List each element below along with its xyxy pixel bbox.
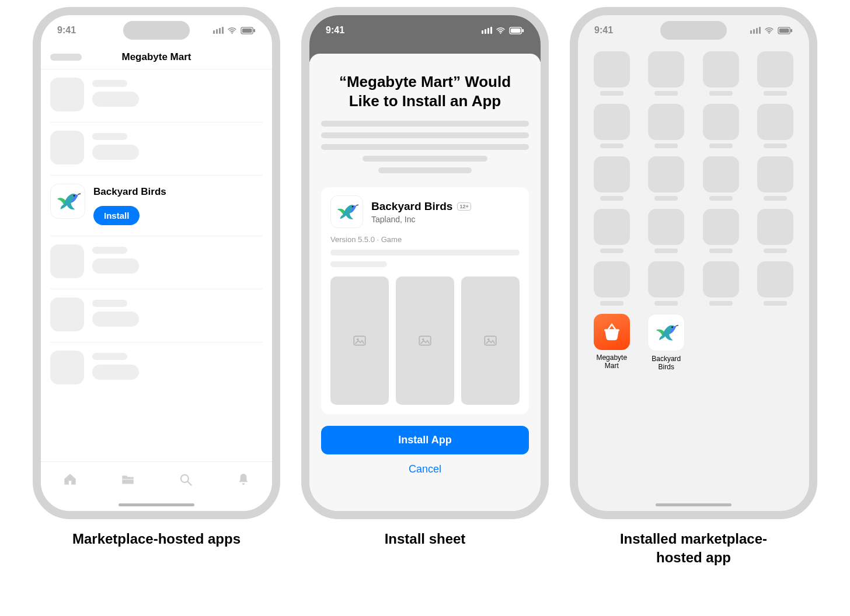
caption: Install sheet [385,530,466,548]
list-item[interactable] [50,342,263,395]
wifi-icon [496,26,506,36]
install-app-button[interactable]: Install App [321,426,529,454]
app-tile-placeholder[interactable] [643,156,690,201]
battery-icon [509,27,524,34]
cellular-icon [750,27,761,34]
dynamic-island [660,21,727,40]
app-icon-megabyte-mart [594,314,630,350]
app-icon-placeholder [50,131,84,164]
screenshot-placeholder [461,276,520,405]
tab-search-icon[interactable] [178,472,193,489]
app-tile-megabyte-mart[interactable]: Megabyte Mart [588,314,635,372]
list-item[interactable] [50,69,263,123]
age-rating-badge: 12+ [457,202,471,211]
list-item[interactable] [50,123,263,176]
app-tile-placeholder[interactable] [753,209,799,253]
placeholder-pill [92,145,139,160]
app-tile-placeholder[interactable] [753,261,799,306]
app-icon-backyard-birds [50,184,85,219]
wifi-icon [227,26,237,36]
tab-library-icon[interactable] [120,472,135,489]
app-icon-placeholder [50,244,84,278]
app-tile-placeholder[interactable] [753,156,799,201]
list-item-backyard-birds[interactable]: Backyard Birds Install [50,176,263,236]
placeholder-pill [92,92,139,107]
screenshot-placeholder [330,276,389,405]
caption: Marketplace-hosted apps [72,530,241,548]
status-icons [213,26,256,36]
diagram-stage: 9:41 Megabyte Mart [0,0,850,568]
placeholder-line [330,250,520,256]
column-marketplace: 9:41 Megabyte Mart [33,7,280,568]
home-grid[interactable]: Megabyte Mart Backyard Birds [578,46,809,372]
placeholder-line [92,80,127,87]
home-indicator[interactable] [656,503,731,506]
app-tile-placeholder[interactable] [698,104,744,148]
tab-alerts-icon[interactable] [236,472,251,489]
column-install-sheet: 9:41 “Megabyte Mart” Would Like to Insta… [301,7,549,568]
cellular-icon [213,27,224,34]
battery-icon [778,27,793,34]
app-tile-placeholder[interactable] [698,51,744,96]
app-icon-backyard-birds [330,195,363,228]
cancel-button[interactable]: Cancel [321,463,529,476]
status-time: 9:41 [57,25,76,36]
app-tile-placeholder[interactable] [643,261,690,306]
app-tile-placeholder[interactable] [643,104,690,148]
column-home-screen: 9:41 [570,7,817,568]
app-icon-placeholder [50,298,84,331]
battery-icon [241,27,256,34]
caption: Installed marketplace-hosted app [600,530,787,568]
app-tile-placeholder[interactable] [588,51,635,96]
app-tile-placeholder[interactable] [588,104,635,148]
status-icons [482,26,524,36]
back-button[interactable] [50,54,82,61]
phone-marketplace: 9:41 Megabyte Mart [33,7,280,519]
dynamic-island [123,21,190,40]
list-item[interactable] [50,289,263,342]
app-icon-placeholder [50,78,84,111]
status-time: 9:41 [326,25,344,36]
home-indicator[interactable] [119,503,194,506]
placeholder-line [92,133,127,140]
placeholder-pill [92,258,139,274]
list-item[interactable] [50,236,263,289]
app-tile-placeholder[interactable] [698,156,744,201]
screenshot-placeholder [396,276,454,405]
version-line: Version 5.5.0 · Game [330,235,520,244]
app-tile-placeholder[interactable] [753,104,799,148]
app-icon-placeholder [50,351,84,384]
sheet-title: “Megabyte Mart” Would Like to Install an… [326,72,524,110]
placeholder-line [92,300,127,307]
placeholder-line [92,247,127,254]
screenshot-row[interactable] [330,276,520,405]
tab-home-icon[interactable] [62,472,78,489]
install-button[interactable]: Install [93,206,140,225]
placeholder-pill [92,312,139,327]
sheet-description-placeholder [321,121,529,173]
app-tile-backyard-birds[interactable]: Backyard Birds [643,314,690,372]
placeholder-line [92,353,127,360]
placeholder-line [330,261,387,267]
app-name-row: Backyard Birds 12+ [371,200,471,213]
wifi-icon [764,26,774,36]
app-list[interactable]: Backyard Birds Install [41,69,272,395]
app-tile-placeholder[interactable] [588,209,635,253]
cellular-icon [482,27,492,34]
phone-home-screen: 9:41 [570,7,817,519]
app-tile-placeholder[interactable] [588,156,635,201]
developer-name: Tapland, Inc [371,215,471,224]
placeholder-pill [92,365,139,380]
app-tile-placeholder[interactable] [698,209,744,253]
nav-bar: Megabyte Mart [41,46,272,69]
app-tile-placeholder[interactable] [643,51,690,96]
app-label: Megabyte Mart [588,354,635,370]
app-tile-placeholder[interactable] [753,51,799,96]
app-tile-placeholder[interactable] [588,261,635,306]
app-tile-placeholder[interactable] [698,261,744,306]
phone-install-sheet: 9:41 “Megabyte Mart” Would Like to Insta… [301,7,549,519]
app-tile-placeholder[interactable] [643,209,690,253]
app-name: Backyard Birds [371,200,452,213]
nav-title: Megabyte Mart [121,51,191,63]
app-label: Backyard Birds [643,355,690,372]
